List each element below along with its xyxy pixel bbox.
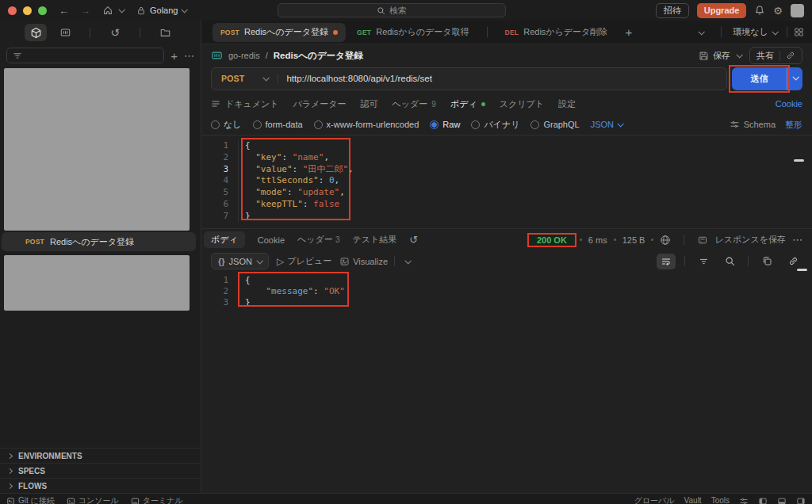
tools-button[interactable]: Tools [711, 495, 730, 504]
tab-params[interactable]: パラメーター [293, 98, 347, 110]
code-line[interactable]: 4 "ttlSeconds": 0, [201, 175, 812, 187]
url-input[interactable]: http://localhost:8080/api/v1/redis/set [286, 74, 431, 83]
code-line[interactable]: 5 "mode": "update", [201, 187, 812, 199]
environment-selector[interactable]: 環境なし [733, 26, 768, 38]
bodytype-graphql-radio[interactable]: GraphQL [530, 120, 579, 129]
code-line[interactable]: 7} [201, 211, 812, 223]
terminal-button[interactable]: ターミナル [131, 495, 183, 504]
add-button[interactable]: + [170, 49, 178, 63]
tab-headers[interactable]: ヘッダー9 [393, 98, 436, 110]
toggle-right-panel-icon[interactable] [796, 497, 806, 504]
bodytype-urlencoded-radio[interactable]: x-www-form-urlencoded [314, 120, 419, 129]
copy-link-icon[interactable] [783, 254, 802, 269]
workspace-chevron-icon[interactable] [182, 6, 188, 13]
response-body-viewer[interactable]: 1{2 "message": "OK"3} [201, 272, 812, 493]
request-editor-scroll-marker[interactable] [794, 159, 804, 162]
invite-button[interactable]: 招待 [656, 3, 689, 18]
response-format-selector[interactable]: {} JSON [211, 253, 269, 269]
save-response-button[interactable]: レスポンスを保存 [714, 234, 786, 246]
search-response-icon[interactable] [720, 254, 739, 269]
bodytype-binary-radio[interactable]: バイナリ [471, 119, 519, 131]
sidebar-section-flows[interactable]: FLOWS [0, 478, 201, 493]
send-button[interactable]: 送信 [732, 67, 802, 90]
save-icon[interactable] [699, 51, 709, 61]
forward-icon[interactable]: → [80, 5, 90, 17]
minimize-window-button[interactable] [23, 6, 32, 15]
network-globe-icon[interactable] [660, 235, 671, 246]
global-variables-button[interactable]: グローバル [634, 495, 675, 504]
environment-chevron-icon[interactable] [772, 29, 778, 35]
tab-redis-set[interactable]: POST Redisへのデータ登録 [213, 23, 346, 42]
response-size[interactable]: 125 B [622, 235, 645, 245]
sidebar-section-specs[interactable]: SPECS [0, 463, 201, 478]
response-tab-cookies[interactable]: Cookie [258, 235, 285, 245]
visualize-button[interactable]: Visualize [339, 256, 410, 266]
git-connect-button[interactable]: Git に接続 [6, 495, 55, 504]
avatar[interactable] [791, 4, 804, 17]
send-options-chevron[interactable] [787, 67, 802, 90]
tab-redis-del[interactable]: DEL Redisからデータ削除 [497, 23, 616, 42]
code-line[interactable]: 3} [201, 297, 812, 308]
wrap-text-icon[interactable] [657, 254, 676, 269]
save-response-icon[interactable] [697, 235, 708, 245]
tab-documentation[interactable]: ドキュメント [225, 98, 279, 110]
tab-settings[interactable]: 設定 [558, 98, 576, 110]
code-line[interactable]: 1{ [201, 140, 812, 152]
code-line[interactable]: 3 "value": "田中二郎", [201, 164, 812, 176]
visualize-chevron-icon[interactable] [404, 258, 411, 264]
back-icon[interactable]: ← [59, 5, 69, 17]
tab-overflow-chevron-icon[interactable] [699, 29, 705, 35]
workspace-name[interactable]: Golang [150, 6, 178, 15]
request-title[interactable]: Redisへのデータ登録 [274, 50, 363, 62]
home-menu-chevron-icon[interactable] [118, 6, 124, 13]
raw-language-selector[interactable]: JSON [591, 120, 622, 129]
preview-button[interactable]: ▷ プレビュー [277, 255, 331, 267]
console-button[interactable]: コンソール [67, 495, 119, 504]
vault-button[interactable]: Vault [684, 495, 702, 504]
code-line[interactable]: 1{ [201, 275, 812, 286]
response-tab-body[interactable]: ボディ [204, 231, 245, 248]
bodytype-formdata-radio[interactable]: form-data [253, 120, 303, 129]
method-selector[interactable]: POST [221, 74, 244, 83]
save-options-chevron-icon[interactable] [736, 52, 742, 58]
maximize-window-button[interactable] [38, 6, 47, 15]
history-icon[interactable]: ↺ [104, 24, 126, 41]
response-editor-scroll-marker[interactable] [797, 269, 807, 271]
cookies-link[interactable]: Cookie [776, 99, 802, 109]
environment-quick-look-icon[interactable] [794, 27, 804, 37]
share-link-icon[interactable] [786, 51, 795, 60]
settings-sliders-icon[interactable] [739, 497, 749, 504]
code-line[interactable]: 6 "keepTTL": false [201, 199, 812, 211]
tab-body[interactable]: ボディ [450, 98, 485, 110]
breadcrumb-collection[interactable]: go-redis [228, 51, 260, 60]
bodytype-raw-radio[interactable]: Raw [430, 120, 460, 129]
sidebar-more-icon[interactable]: ⋯ [184, 50, 194, 62]
request-body-editor[interactable]: 1{2 "key": "name",3 "value": "田中二郎",4 "t… [201, 135, 812, 229]
response-time[interactable]: 6 ms [588, 235, 607, 245]
status-badge[interactable]: 200 OK [530, 233, 573, 247]
notifications-bell-icon[interactable] [754, 5, 765, 16]
new-tab-button[interactable]: + [619, 25, 638, 39]
code-line[interactable]: 2 "message": "OK" [201, 286, 812, 297]
folder-icon[interactable] [154, 24, 176, 41]
toggle-bottom-panel-icon[interactable] [777, 497, 787, 504]
settings-gear-icon[interactable]: ⚙ [773, 5, 783, 17]
method-chevron-icon[interactable] [263, 74, 270, 81]
tab-redis-get[interactable]: GET Redisからのデータ取得 [349, 23, 477, 42]
filter-results-icon[interactable] [694, 254, 713, 269]
sidebar-section-environments[interactable]: ENVIRONMENTS [0, 448, 201, 463]
tab-scripts[interactable]: スクリプト [500, 98, 544, 110]
toggle-left-panel-icon[interactable] [758, 497, 768, 504]
response-more-icon[interactable]: ⋯ [792, 234, 802, 246]
apis-icon[interactable] [54, 24, 76, 41]
upgrade-button[interactable]: Upgrade [697, 3, 747, 18]
close-window-button[interactable] [8, 6, 17, 15]
schema-button[interactable]: Schema [730, 120, 776, 129]
response-tab-headers[interactable]: ヘッダー 3 [297, 234, 339, 246]
copy-response-icon[interactable] [757, 254, 776, 269]
global-search-input[interactable]: 検索 [278, 3, 506, 17]
tab-auth[interactable]: 認可 [361, 98, 378, 110]
beautify-button[interactable]: 整形 [785, 119, 802, 131]
response-tab-tests[interactable]: テスト結果 [352, 234, 396, 246]
collections-icon[interactable] [25, 24, 47, 41]
